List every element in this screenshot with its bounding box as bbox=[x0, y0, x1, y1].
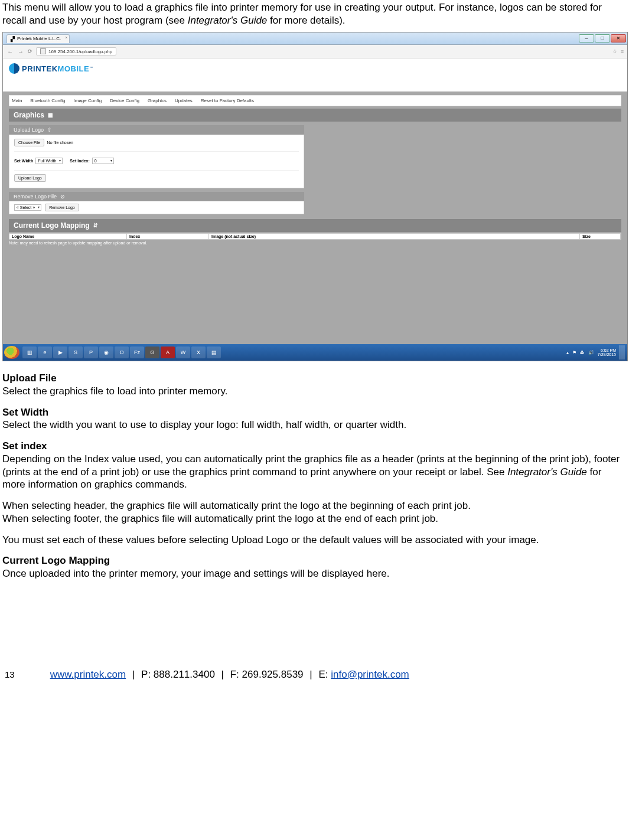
remove-panel: « Select » Remove Logo bbox=[9, 201, 304, 214]
nav-main[interactable]: Main bbox=[12, 98, 22, 103]
task-media-icon[interactable]: ▶ bbox=[53, 347, 67, 358]
mapping-table-header: Logo Name Index Image (not actual size) … bbox=[9, 233, 621, 240]
browser-toolbar: ← → ⟳ 169.254.200.1/uploadlogo.php ☆ ≡ bbox=[3, 45, 627, 58]
remove-select[interactable]: « Select » bbox=[14, 204, 41, 211]
nav-device[interactable]: Device Config bbox=[110, 98, 139, 103]
set-index-heading: Set index bbox=[2, 440, 627, 453]
task-chrome-icon[interactable]: ◉ bbox=[99, 347, 113, 358]
tray-up-icon[interactable]: ▴ bbox=[566, 350, 569, 355]
footer-email-label: E: bbox=[318, 669, 331, 680]
nav-bluetooth[interactable]: Bluetooth Config bbox=[30, 98, 65, 103]
printek-logo-icon bbox=[9, 63, 19, 74]
logo-header-panel: PRINTEKMOBILE™ bbox=[3, 58, 627, 91]
upload-logo-heading: Upload Logo ⇧ bbox=[9, 125, 304, 135]
intro-paragraph: This menu will allow you to load a graph… bbox=[2, 1, 627, 27]
choose-file-button[interactable]: Choose File bbox=[14, 139, 44, 146]
tray-clock[interactable]: 6:02 PM 7/29/2015 bbox=[598, 348, 616, 357]
page-icon bbox=[40, 48, 46, 54]
url-text: 169.254.200.1/uploadlogo.php bbox=[48, 49, 112, 54]
browser-tab[interactable]: ▞ Printek Mobile L.L.C. × bbox=[6, 34, 70, 43]
task-word-icon[interactable]: W bbox=[176, 347, 190, 358]
window-maximize-button[interactable]: ☐ bbox=[595, 34, 610, 43]
task-outlook-icon[interactable]: O bbox=[115, 347, 129, 358]
set-index-label: Set Index: bbox=[70, 159, 89, 163]
main-nav: Main Bluetooth Config Image Config Devic… bbox=[9, 95, 621, 106]
mapping-body-p: Once uploaded into the printer memory, y… bbox=[2, 567, 627, 580]
window-titlebar: ▞ Printek Mobile L.L.C. × ─ ☐ ✕ bbox=[3, 32, 627, 45]
page-body: PRINTEKMOBILE™ Main Bluetooth Config Ima… bbox=[3, 58, 627, 344]
trademark-icon: ™ bbox=[89, 66, 93, 70]
windows-taskbar: ▥ e ▶ S P ◉ O Fz G A W X ▤ ▴ ⚑ 🖧 🔊 6:02 … bbox=[3, 344, 627, 361]
task-publisher-icon[interactable]: P bbox=[84, 347, 98, 358]
tray-sound-icon[interactable]: 🔊 bbox=[588, 350, 594, 355]
task-app-icon[interactable]: ▤ bbox=[207, 347, 221, 358]
remove-logo-heading: Remove Logo File ⊘ bbox=[9, 192, 304, 201]
remove-select-value: « Select » bbox=[17, 205, 35, 210]
set-width-p: Select the width you want to use to disp… bbox=[2, 419, 627, 432]
back-icon[interactable]: ← bbox=[6, 48, 14, 55]
sitemap-icon: ⇵ bbox=[93, 223, 98, 228]
upload-logo-heading-text: Upload Logo bbox=[14, 127, 44, 133]
remove-icon: ⊘ bbox=[60, 194, 65, 200]
no-file-text: No file chosen bbox=[47, 140, 73, 145]
set-width-label: Set Width bbox=[14, 159, 33, 163]
set-width-select[interactable]: Full Width bbox=[35, 158, 63, 164]
page-favicon-icon: ▞ bbox=[11, 36, 15, 42]
upload-panel: Choose File No file chosen Set Width Ful… bbox=[9, 135, 304, 188]
th-logo-name: Logo Name bbox=[9, 234, 127, 239]
window-close-button[interactable]: ✕ bbox=[611, 34, 626, 43]
browser-tab-title: Printek Mobile L.L.C. bbox=[17, 36, 61, 41]
forward-icon[interactable]: → bbox=[17, 48, 24, 55]
reload-icon[interactable]: ⟳ bbox=[28, 48, 32, 54]
upload-file-p: Select the graphics file to load into pr… bbox=[2, 385, 627, 398]
tray-network-icon[interactable]: 🖧 bbox=[580, 350, 585, 355]
clock-time: 6:02 PM bbox=[598, 348, 616, 352]
task-skype-icon[interactable]: S bbox=[69, 347, 83, 358]
bookmark-icon[interactable]: ☆ bbox=[612, 48, 617, 54]
browser-screenshot: ▞ Printek Mobile L.L.C. × ─ ☐ ✕ ← → ⟳ 16… bbox=[2, 32, 628, 361]
image-icon: ▦ bbox=[48, 112, 53, 118]
task-filezilla-icon[interactable]: Fz bbox=[130, 347, 144, 358]
task-excel-icon[interactable]: X bbox=[191, 347, 206, 358]
footer-phone: P: 888.211.3400 bbox=[141, 669, 215, 680]
nav-updates[interactable]: Updates bbox=[175, 98, 193, 103]
mapping-heading-text: Current Logo Mapping bbox=[14, 221, 90, 230]
set-index-p3: You must set each of these values before… bbox=[2, 534, 627, 547]
remove-logo-button[interactable]: Remove Logo bbox=[45, 204, 79, 211]
th-size: Size bbox=[580, 234, 621, 239]
window-minimize-button[interactable]: ─ bbox=[579, 34, 594, 43]
set-index-p1: Depending on the Index value used, you c… bbox=[2, 453, 627, 491]
th-image: Image (not actual size) bbox=[209, 234, 580, 239]
set-width-value: Full Width bbox=[38, 159, 56, 163]
task-ie-icon[interactable]: e bbox=[38, 347, 52, 358]
set-index-em: Integrator's Guide bbox=[507, 466, 587, 478]
task-gc-icon[interactable]: G bbox=[145, 347, 159, 358]
start-button-icon[interactable] bbox=[4, 346, 19, 359]
tray-flag-icon[interactable]: ⚑ bbox=[572, 350, 576, 355]
tab-close-icon[interactable]: × bbox=[65, 35, 67, 40]
system-tray: ▴ ⚑ 🖧 🔊 6:02 PM 7/29/2015 bbox=[566, 345, 626, 359]
th-index: Index bbox=[127, 234, 209, 239]
address-bar[interactable]: 169.254.200.1/uploadlogo.php bbox=[36, 47, 116, 55]
nav-reset[interactable]: Reset to Factory Defaults bbox=[201, 98, 254, 103]
menu-icon[interactable]: ≡ bbox=[621, 48, 624, 54]
mapping-body-heading: Current Logo Mapping bbox=[2, 554, 627, 567]
upload-file-heading: Upload File bbox=[2, 372, 627, 385]
footer-url[interactable]: www.printek.com bbox=[50, 669, 126, 680]
nav-image[interactable]: Image Config bbox=[74, 98, 102, 103]
page-footer: 13 www.printek.com | P: 888.211.3400 | F… bbox=[2, 669, 627, 687]
footer-email[interactable]: info@printek.com bbox=[331, 669, 409, 680]
show-desktop-button[interactable] bbox=[620, 345, 625, 359]
page-number: 13 bbox=[5, 669, 15, 679]
set-index-select[interactable]: 0 bbox=[92, 158, 114, 164]
logo-text-1: PRINTEK bbox=[22, 64, 58, 73]
intro-em: Integrator's Guide bbox=[188, 15, 268, 26]
intro-text-2: for more details). bbox=[267, 15, 345, 26]
task-explorer-icon[interactable]: ▥ bbox=[22, 347, 37, 358]
task-adobe-icon[interactable]: A bbox=[161, 347, 175, 358]
upload-logo-button[interactable]: Upload Logo bbox=[14, 174, 46, 182]
clock-date: 7/29/2015 bbox=[598, 352, 616, 357]
nav-graphics[interactable]: Graphics bbox=[148, 98, 167, 103]
remove-logo-heading-text: Remove Logo File bbox=[14, 194, 57, 200]
mapping-note: Note: may need to refresh page to update… bbox=[9, 241, 621, 245]
